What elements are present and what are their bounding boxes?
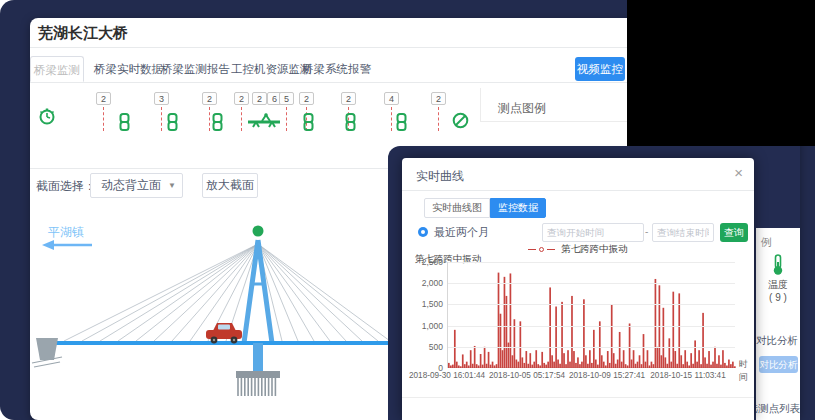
tab-2[interactable]: 桥梁实时数据: [94, 56, 158, 82]
sensor-count-badge: 2: [299, 92, 314, 105]
sensor-count-badge: 2: [252, 92, 267, 105]
y-tick-label: 1,000: [406, 321, 443, 331]
legend-line-icon: [528, 249, 536, 250]
dashed-line: [438, 107, 439, 131]
modal-header-divider: [402, 190, 754, 191]
dashed-line: [286, 107, 287, 131]
temperature-label: 温度: [756, 278, 800, 292]
thermometer-icon[interactable]: [771, 254, 785, 278]
chain-link-icon[interactable]: [303, 113, 314, 135]
modal-tab-group: 实时曲线图监控数据: [424, 198, 546, 218]
dashed-line: [241, 107, 242, 131]
sensor-marker: 2: [96, 92, 111, 105]
modal-tab-1[interactable]: 实时曲线图: [424, 198, 490, 218]
chevron-down-icon: ▼: [168, 174, 176, 197]
x-axis-label: 时间: [739, 358, 754, 384]
page-title: 芜湖长江大桥: [38, 24, 128, 43]
tab-1[interactable]: 桥梁监测: [30, 56, 84, 82]
tower-signal-icon: [253, 226, 264, 237]
main-tab-bar: 桥梁监测桥梁实时数据桥梁监测报告工控机资源监测桥梁系统报警: [30, 56, 650, 83]
dashed-line: [209, 107, 210, 131]
screen: 芜湖长江大桥 桥梁监测桥梁实时数据桥梁监测报告工控机资源监测桥梁系统报警 视频监…: [0, 0, 815, 420]
modal-footer-divider: [402, 397, 754, 398]
sensor-count-badge: 2: [96, 92, 111, 105]
tab-3[interactable]: 桥梁监测报告: [161, 56, 225, 82]
ban-icon[interactable]: [452, 112, 469, 133]
sensor-count-badge: 5: [279, 92, 294, 105]
section-select-row: 截面选择： 动态背立面 ▼ 放大截面: [36, 178, 96, 204]
sensor-marker: 2: [341, 92, 356, 105]
chain-link-icon[interactable]: [119, 113, 130, 135]
tower-foundation: [236, 371, 280, 378]
sensor-strip: 23222652242: [30, 92, 485, 147]
selected-points-header: 已选测点列表: [756, 402, 800, 416]
chain-link-icon[interactable]: [212, 113, 223, 135]
legend-sidebar-sliver: 例 温度 ( 9 ) 对比分析 对比分析 已选测点列表: [756, 228, 800, 420]
foundation-piles: [238, 378, 275, 396]
video-monitor-button[interactable]: 视频监控: [575, 57, 625, 81]
tab-4[interactable]: 工控机资源监测: [231, 56, 307, 82]
close-icon[interactable]: ×: [734, 164, 743, 181]
sensor-marker: 3: [154, 92, 169, 105]
y-tick-label: 500: [406, 342, 443, 352]
date-separator: -: [645, 226, 648, 237]
sensor-count-badge: 4: [384, 92, 399, 105]
bridge-schematic: 平湖镇: [30, 210, 390, 420]
sensor-count-badge: 2: [341, 92, 356, 105]
legend-label: 第七跨跨中振动: [561, 243, 628, 256]
zoom-section-button[interactable]: 放大截面: [202, 173, 258, 198]
section-select-label: 截面选择：: [36, 179, 96, 193]
dashed-line: [103, 107, 104, 131]
legend-line-icon: [547, 249, 555, 250]
sensor-marker: 2: [234, 92, 249, 105]
tab-5[interactable]: 桥梁系统报警: [302, 56, 366, 82]
query-button[interactable]: 查询: [720, 223, 748, 242]
query-start-input[interactable]: [542, 223, 644, 242]
realtime-curve-modal: 实时曲线 × 实时曲线图监控数据 最近两个月 - 查询 第七跨跨中振动 第七跨跨…: [402, 158, 754, 420]
chart-plot-area: [447, 262, 735, 368]
x-tick-label: 2018-09-30 16:01:44: [409, 371, 485, 380]
bridge-drawing: 平湖镇: [30, 210, 390, 420]
video-blackout-panel: [627, 0, 815, 146]
car-icon: [206, 323, 242, 343]
clipped-header-text: 例: [761, 235, 772, 250]
alarm-clock-icon[interactable]: [37, 106, 57, 130]
chain-link-icon[interactable]: [396, 113, 407, 135]
legend-circle-icon: [539, 247, 544, 252]
y-tick-label: 2,500: [406, 257, 443, 267]
range-radio[interactable]: [418, 227, 428, 237]
sensor-marker: 2: [299, 92, 314, 105]
y-tick-label: 2,000: [406, 278, 443, 288]
compare-analysis-button[interactable]: 对比分析: [759, 356, 798, 373]
y-tick-label: 1,500: [406, 299, 443, 309]
modal-title: 实时曲线: [416, 168, 464, 185]
compare-section-header: 对比分析: [756, 334, 798, 348]
shore-label: 平湖镇: [48, 225, 84, 239]
query-end-input[interactable]: [652, 223, 714, 242]
sensor-marker: 5: [279, 92, 294, 105]
x-tick-label: 2018-10-15 11:03:41: [650, 371, 725, 380]
left-abutment: [36, 338, 58, 360]
range-radio-label: 最近两个月: [434, 225, 489, 240]
section-select-dropdown[interactable]: 动态背立面 ▼: [90, 173, 183, 198]
sensor-marker: 4: [384, 92, 399, 105]
dashed-line: [161, 107, 162, 131]
x-tick-label: 2018-10-09 15:27:41: [569, 371, 645, 380]
modal-tab-2[interactable]: 监控数据: [490, 198, 546, 218]
sensor-marker: 2: [202, 92, 217, 105]
dashed-line: [391, 107, 392, 131]
chart-bars: [448, 262, 736, 368]
section-select-value: 动态背立面: [101, 178, 161, 192]
temperature-count: ( 9 ): [756, 292, 800, 303]
sensor-count-badge: 2: [202, 92, 217, 105]
sensor-count-badge: 3: [154, 92, 169, 105]
sensor-count-badge: 2: [234, 92, 249, 105]
chain-link-icon[interactable]: [345, 113, 356, 135]
sensor-count-badge: 2: [431, 92, 446, 105]
chain-link-icon[interactable]: [167, 113, 178, 135]
tower-column: [253, 343, 263, 371]
sensor-marker: 2: [431, 92, 446, 105]
x-tick-label: 2018-10-05 05:17:54: [489, 371, 565, 380]
